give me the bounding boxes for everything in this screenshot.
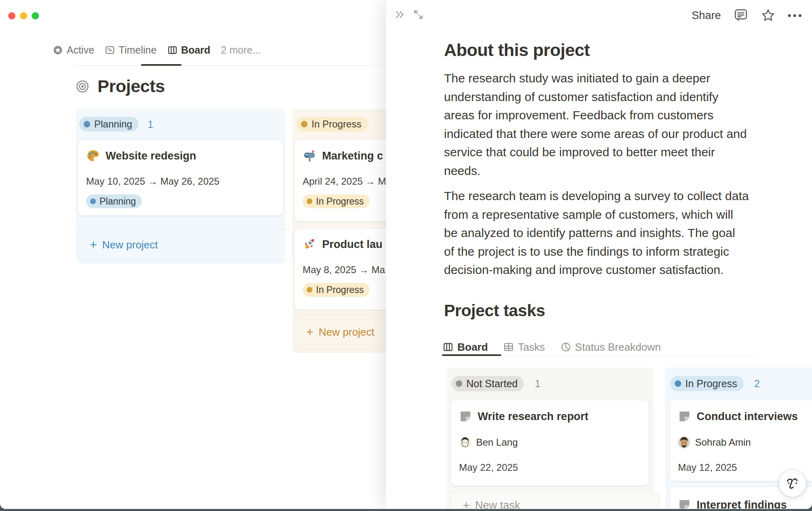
tasks-active-tab-underline: [442, 354, 501, 356]
tab-timeline-view[interactable]: Timeline: [105, 44, 157, 56]
avatar-ben-lang: [459, 436, 471, 448]
tasks-tab-status-breakdown[interactable]: Status Breakdown: [561, 341, 661, 354]
status-dot: [301, 121, 307, 127]
minimize-window-button[interactable]: [20, 12, 27, 19]
tab-label: Active: [67, 44, 94, 56]
pie-chart-icon: [561, 342, 571, 352]
tab-active-view[interactable]: Active: [53, 44, 94, 56]
close-window-button[interactable]: [8, 12, 15, 19]
card-title: Product lau: [322, 238, 383, 251]
page-title: Projects: [97, 76, 165, 96]
paragraph-line: areas for improvement. Feedback from cus…: [444, 106, 769, 125]
card-date: May 22, 2025: [459, 462, 641, 473]
more-options-icon[interactable]: •••: [788, 9, 803, 22]
doc-paragraph-2: The research team is developing a survey…: [444, 187, 769, 279]
doc-heading: About this project: [444, 40, 590, 60]
status-label: In Progress: [312, 119, 362, 130]
ai-face-icon: [784, 475, 801, 492]
ai-assistant-button[interactable]: [779, 470, 806, 497]
palette-icon: [86, 149, 100, 163]
page-icon: [459, 410, 472, 423]
status-pill-in-progress: In Progress: [297, 117, 368, 132]
page-icon: [678, 498, 691, 509]
side-peek-panel: Share ••• About this project The researc…: [386, 0, 812, 509]
zoom-window-button[interactable]: [32, 12, 39, 19]
notion-window: Active Timeline Board 2 more... Projects: [0, 0, 812, 509]
paragraph-line: The research team is developing a survey…: [444, 187, 769, 205]
card-title: Website redesign: [106, 150, 196, 162]
table-icon: [503, 342, 514, 352]
tasks-tab-tasks[interactable]: Tasks: [503, 341, 545, 354]
window-controls: [8, 12, 39, 19]
tab-board-view[interactable]: Board: [167, 44, 210, 56]
doc-paragraph-1: The research study was initiated to gain…: [444, 69, 769, 180]
share-button[interactable]: Share: [692, 9, 721, 22]
status-label: Planning: [100, 196, 136, 207]
column-count: 2: [754, 378, 760, 390]
status-pill-planning: Planning: [79, 117, 139, 132]
card-status-tag: In Progress: [303, 283, 370, 297]
tab-label: Board: [457, 341, 488, 354]
card-title: Conduct interviews: [697, 410, 798, 423]
column-header: Planning 1: [76, 109, 285, 132]
new-project-button-planning[interactable]: + New project: [78, 229, 292, 260]
active-tab-underline: [141, 64, 182, 66]
new-project-label: New project: [319, 326, 375, 339]
plus-icon: +: [463, 498, 470, 509]
tab-label: Timeline: [119, 44, 157, 56]
tasks-tab-board[interactable]: Board: [443, 341, 488, 354]
rocket-icon: [303, 237, 316, 251]
card-status-tag: Planning: [86, 194, 142, 208]
task-card-conduct-interviews[interactable]: Conduct interviews Sohrab Amin May 12, 2…: [670, 400, 812, 481]
tasks-heading: Project tasks: [444, 301, 545, 320]
expand-page-icon[interactable]: [412, 8, 425, 21]
card-title: Write research report: [478, 410, 589, 423]
mailbox-icon: [303, 149, 316, 163]
status-label: Planning: [94, 119, 132, 130]
paragraph-line: understanding of customer satisfaction a…: [444, 88, 769, 106]
status-dot: [90, 198, 96, 204]
page-title-row: Projects: [76, 76, 165, 96]
close-peek-icon[interactable]: [393, 8, 406, 21]
board-icon: [167, 45, 178, 55]
project-card-website-redesign[interactable]: Website redesign May 10, 2025 → May 26, …: [78, 140, 283, 216]
star-badge-icon: [53, 45, 63, 55]
avatar-sohrab-amin: [678, 436, 690, 448]
plus-icon: +: [90, 238, 97, 252]
status-dot: [307, 198, 312, 204]
target-icon: [76, 80, 89, 93]
tasks-board: Not Started 1 Write research report: [446, 367, 812, 509]
assignee-name: Sohrab Amin: [695, 437, 751, 448]
status-dot: [675, 380, 681, 387]
tab-label: 2 more...: [221, 44, 261, 56]
new-project-label: New project: [102, 239, 158, 251]
task-card-write-research-report[interactable]: Write research report Ben Lang May 22, 2…: [451, 400, 649, 485]
paragraph-line: be analyzed to identify patterns and ins…: [444, 224, 769, 242]
paragraph-line: decision-making and improve customer sat…: [444, 261, 769, 279]
status-dot: [456, 380, 462, 387]
tab-label: Status Breakdown: [575, 341, 661, 354]
new-task-button[interactable]: + New task: [451, 492, 660, 509]
status-dot: [307, 287, 312, 293]
paragraph-line: from a representative sample of customer…: [444, 205, 769, 224]
assignee-name: Ben Lang: [476, 437, 518, 448]
tab-more-views[interactable]: 2 more...: [221, 44, 261, 56]
tasks-column-not-started: Not Started 1 Write research report: [446, 367, 654, 509]
column-count: 1: [535, 378, 540, 390]
tasks-view-tabs: Board Tasks Status Breakdown: [443, 339, 661, 356]
view-tabs: Active Timeline Board 2 more...: [53, 44, 261, 56]
paragraph-line: indicated that there were some areas of …: [444, 125, 769, 143]
card-title: Interpret findings: [697, 499, 787, 509]
tab-label: Board: [181, 44, 210, 56]
status-label: Not Started: [466, 378, 518, 390]
comments-icon[interactable]: [733, 8, 749, 23]
paragraph-line: of the project is to use the findings to…: [444, 242, 769, 261]
card-title: Marketing c: [322, 150, 383, 162]
panel-actions: Share •••: [692, 6, 803, 24]
paragraph-line: needs.: [444, 162, 769, 180]
new-task-label: New task: [475, 499, 520, 509]
timeline-icon: [105, 45, 115, 55]
board-column-planning: Planning 1 Website redesign May 10, 2025…: [76, 109, 285, 264]
paragraph-line: The research study was initiated to gain…: [444, 69, 769, 88]
favorite-star-icon[interactable]: [761, 8, 775, 23]
